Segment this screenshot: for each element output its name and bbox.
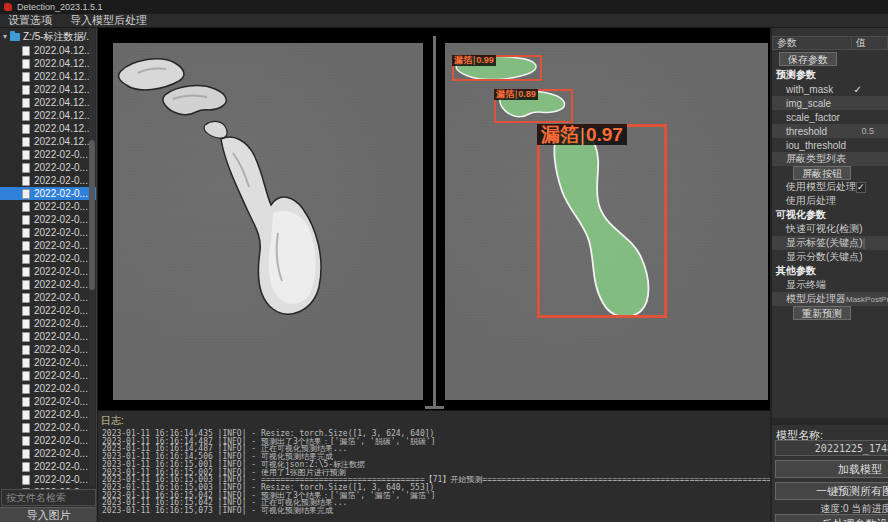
file-icon (22, 345, 30, 355)
tree-item[interactable]: 2022-02-0... (0, 473, 97, 486)
param-fast-visualize[interactable]: 快速可视化(检测) (772, 222, 888, 236)
tree-item-label: 2022-02-0... (34, 461, 88, 472)
re-predict-button[interactable]: 重新预测 (793, 306, 851, 320)
tree-item-label: 2022-02-0... (34, 201, 88, 212)
tree-item[interactable]: 2022-02-0... (0, 434, 97, 447)
file-icon (22, 137, 30, 147)
tree-item[interactable]: 2022-02-0... (0, 291, 97, 304)
tree-item[interactable]: 2022-02-0... (0, 226, 97, 239)
save-params-button[interactable]: 保存参数 (779, 52, 837, 66)
tree-item[interactable]: 2022-02-0... (0, 421, 97, 434)
tree-scrollbar[interactable] (89, 28, 95, 486)
tree-item[interactable]: 2022.04.12... (0, 70, 97, 83)
param-use-postprocess[interactable]: 使用后处理 (772, 194, 888, 208)
tree-item[interactable]: 2022-02-0... (0, 200, 97, 213)
tree-item[interactable]: 2022-02-0... (0, 265, 97, 278)
param-with-mask[interactable]: with_mask✓ (772, 82, 888, 96)
tree-item[interactable]: 2022.04.12... (0, 135, 97, 148)
param-label: threshold (786, 126, 827, 137)
tree-item[interactable]: 2022-02-0... (0, 369, 97, 382)
tree-item-label: 2022.04.12... (34, 58, 92, 69)
param-show-terminal[interactable]: 显示终端 (772, 278, 888, 292)
prediction-image-viewer[interactable]: 漏箔|0.99漏箔|0.89漏箔|0.97 (445, 43, 768, 400)
tree-item-label: 2022.04.12... (34, 136, 92, 147)
tree-item[interactable]: 2022-02-0... (0, 148, 97, 161)
checkbox-empty[interactable] (863, 238, 865, 249)
tree-item[interactable]: 2022.04.12... (0, 122, 97, 135)
tree-item[interactable]: 2022.04.12... (0, 57, 97, 70)
mask-button[interactable]: 屏蔽按钮 (793, 166, 851, 180)
tree-item[interactable]: 2022-02-0... (0, 356, 97, 369)
tree-item-label: 2022-02-0... (34, 474, 88, 485)
tree-item[interactable]: 2022-02-0... (0, 460, 97, 473)
param-mask-type-list[interactable]: 屏蔽类型列表 (772, 152, 888, 166)
param-label: iou_threshold (786, 140, 846, 151)
menu-settings[interactable]: 设置选项 (8, 13, 52, 28)
tree-item[interactable]: 2022-02-0... (0, 382, 97, 395)
param-show-scores[interactable]: 显示分数(关键点) (772, 250, 888, 264)
param-show-labels[interactable]: 显示标签(关键点) (772, 236, 888, 250)
detection-box[interactable]: 漏箔|0.99 (452, 55, 542, 81)
detection-box[interactable]: 漏箔|0.97 (537, 124, 667, 318)
viewer-splitter[interactable] (433, 36, 436, 408)
tree-item[interactable]: 2022-02-0... (0, 161, 97, 174)
tree-item[interactable]: 2022-02-0... (0, 252, 97, 265)
tree-item[interactable]: 2022-02-0... (0, 304, 97, 317)
tree-item[interactable]: 2022.04.12... (0, 83, 97, 96)
tree-item[interactable]: 2022.04.12... (0, 109, 97, 122)
checkbox-checked[interactable]: ✓ (856, 182, 866, 193)
file-icon (22, 124, 30, 134)
tree-item[interactable]: 2022.04.12... (0, 44, 97, 57)
detection-box[interactable]: 漏箔|0.89 (494, 89, 573, 123)
param-threshold[interactable]: threshold0.5 (772, 124, 888, 138)
postprocess-settings-button[interactable]: 后处理参数设置 (775, 514, 888, 522)
param-img-scale[interactable]: img_scale (772, 96, 888, 110)
source-image-viewer[interactable] (113, 43, 423, 400)
tree-item-label: 2022-02-0... (34, 253, 88, 264)
tree-item[interactable]: 2022-02-0... (0, 317, 97, 330)
file-icon (22, 306, 30, 316)
tree-item[interactable]: 2022-02-0... (0, 408, 97, 421)
tree-scrollbar-thumb[interactable] (89, 140, 95, 290)
param-use-model-postprocess[interactable]: 使用模型后处理✓ (772, 180, 888, 194)
predict-all-button[interactable]: 一键预测所有图片 (775, 482, 888, 500)
tree-item[interactable]: 2022-02-0... (0, 278, 97, 291)
file-icon (22, 72, 30, 82)
tree-item[interactable]: 2022-02-0... (0, 174, 97, 187)
tree-item-label: 2022-02-0... (34, 357, 88, 368)
tree-item[interactable]: 2022-02-0... (0, 213, 97, 226)
tree-item[interactable]: 2022-02-0... (0, 447, 97, 460)
file-icon (22, 293, 30, 303)
model-id-field[interactable]: 20221225_174813 (775, 440, 888, 456)
param-label: 模型后处理器 (786, 292, 846, 306)
tree-item[interactable]: 2022-02-0... (0, 187, 97, 200)
menu-import-model-postprocess[interactable]: 导入模型后处理 (70, 13, 147, 28)
file-icon (22, 150, 30, 160)
viewer-splitter-handle[interactable] (425, 406, 444, 409)
tree-item[interactable]: 2022-02-0... (0, 330, 97, 343)
tree-item[interactable]: 2022.04.12... (0, 96, 97, 109)
log-lines[interactable]: 2023-01-11 16:16:14,435 |INFO| - Resize:… (98, 430, 770, 515)
param-model-postprocessor[interactable]: 模型后处理器MaskPostPro (772, 292, 888, 306)
file-icon (22, 228, 30, 238)
save-params-row: 保存参数 (772, 50, 888, 68)
source-image (113, 43, 423, 400)
import-images-button[interactable]: 导入图片 (0, 507, 97, 522)
tree-item-label: 2022-02-0... (34, 422, 88, 433)
tree-item[interactable]: 2022-02-0... (0, 343, 97, 356)
param-scale-factor[interactable]: scale_factor (772, 110, 888, 124)
detection-score: 0.97 (586, 125, 623, 144)
checkmark-icon[interactable]: ✓ (854, 84, 862, 95)
tree-root-node[interactable]: ▾ Z:/5-标注数据/... (0, 30, 97, 43)
search-input[interactable] (1, 489, 96, 506)
file-icon (22, 202, 30, 212)
param-iou-threshold[interactable]: iou_threshold (772, 138, 888, 152)
load-model-button[interactable]: 加载模型 (775, 460, 888, 478)
tree-item[interactable]: 2022-02-0... (0, 395, 97, 408)
tree-item[interactable]: 2022-02-0... (0, 239, 97, 252)
chevron-down-icon[interactable]: ▾ (3, 32, 7, 41)
detection-label: 漏箔|0.99 (452, 55, 496, 66)
file-icon (22, 215, 30, 225)
param-value: 0.5 (861, 126, 874, 136)
tree-item-label: 2022-02-0... (34, 175, 88, 186)
